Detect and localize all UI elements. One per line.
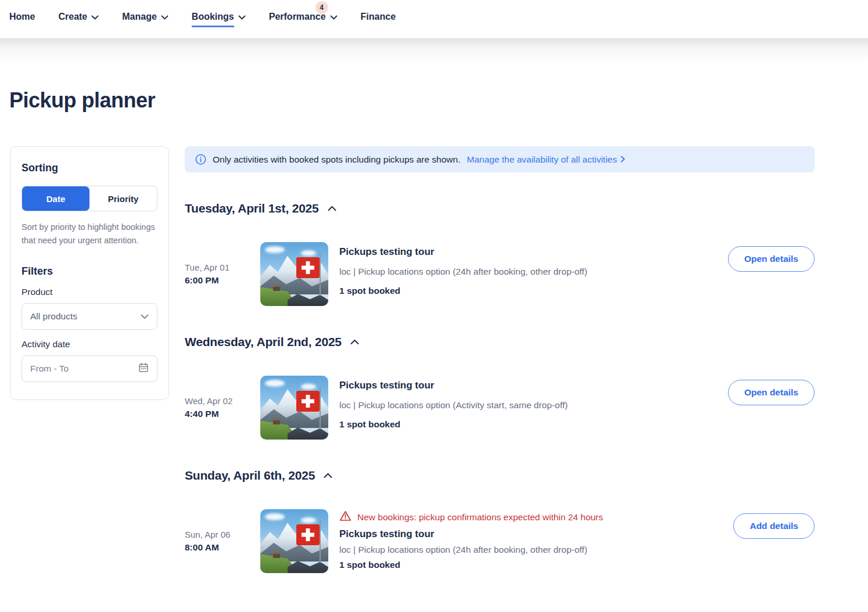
chevron-down-icon: [141, 311, 149, 322]
swiss-flag: [296, 257, 320, 278]
nav-item-label: Manage: [122, 12, 157, 27]
booking-time: 4:40 PM: [185, 409, 260, 419]
filters-sidebar: Sorting Date Priority Sort by priority t…: [10, 146, 169, 400]
nav-item-bookings[interactable]: Bookings: [192, 12, 246, 27]
sort-by-priority-button[interactable]: Priority: [89, 186, 157, 211]
chevron-up-icon[interactable]: [324, 470, 332, 481]
activity-thumbnail: [260, 509, 328, 573]
booking-time: 8:00 AM: [185, 542, 260, 553]
sorting-title: Sorting: [21, 162, 157, 174]
booking-action: Add details: [733, 509, 815, 573]
banner-text: Only activities with booked spots includ…: [213, 154, 460, 165]
info-banner: Only activities with booked spots includ…: [185, 146, 815, 172]
chevron-down-icon: [238, 14, 246, 24]
day-section-apr-1: Tuesday, April 1st, 2025 Tue, Apr 01 6:0…: [185, 201, 815, 306]
pickup-option-description: loc | Pickup locations option (Activity …: [339, 400, 568, 411]
page-title: Pickup planner: [9, 88, 868, 113]
swiss-flag: [296, 524, 320, 545]
nav-item-performance[interactable]: 4 Performance: [269, 12, 338, 27]
swiss-flag: [296, 391, 320, 412]
activity-title: Pickups testing tour: [339, 380, 568, 391]
chevron-down-icon: [91, 14, 99, 24]
nav-item-label: Create: [58, 12, 87, 27]
product-select[interactable]: All products: [21, 303, 157, 330]
nav-item-label: Finance: [361, 12, 396, 27]
date-range-field[interactable]: [21, 355, 157, 382]
sort-by-date-button[interactable]: Date: [22, 186, 89, 211]
section-date-heading: Sunday, April 6th, 2025: [185, 469, 315, 483]
manage-availability-link[interactable]: Manage the availability of all activitie…: [467, 154, 625, 165]
booking-datetime: Wed, Apr 02 4:40 PM: [185, 396, 260, 419]
nav-item-label: Bookings: [192, 12, 234, 27]
spots-booked: 1 spot booked: [339, 419, 568, 430]
booking-row: Tue, Apr 01 6:00 PM Pickups testing tour…: [185, 242, 815, 306]
chevron-down-icon: [330, 14, 338, 24]
chevron-right-icon: [620, 154, 625, 165]
nav-item-label: Performance: [269, 12, 326, 27]
chevron-up-icon[interactable]: [328, 203, 336, 214]
product-select-value: All products: [30, 311, 77, 322]
activity-thumbnail: [260, 242, 328, 306]
section-header[interactable]: Sunday, April 6th, 2025: [185, 469, 815, 483]
pickup-warning: New bookings: pickup confirmations expec…: [339, 510, 603, 524]
notification-badge: 4: [315, 1, 328, 14]
activity-title: Pickups testing tour: [339, 528, 603, 540]
booking-day: Wed, Apr 02: [185, 396, 260, 406]
filters-title: Filters: [21, 265, 157, 278]
activity-thumbnail: [260, 376, 328, 440]
chevron-down-icon: [161, 14, 168, 24]
nav-item-create[interactable]: Create: [58, 12, 99, 27]
nav-item-finance[interactable]: Finance: [361, 12, 396, 27]
section-date-heading: Wednesday, April 2nd, 2025: [185, 335, 342, 349]
booking-details: New bookings: pickup confirmations expec…: [339, 509, 603, 573]
chevron-up-icon[interactable]: [350, 337, 359, 347]
booking-action: Open details: [728, 376, 815, 440]
booking-details: Pickups testing tour loc | Pickup locati…: [339, 376, 568, 440]
date-range-input[interactable]: [30, 363, 129, 374]
info-icon: [195, 154, 206, 165]
activity-title: Pickups testing tour: [339, 246, 587, 258]
sort-toggle: Date Priority: [21, 186, 157, 211]
sorting-description: Sort by priority to highlight bookings t…: [21, 221, 157, 248]
open-details-button[interactable]: Open details: [728, 246, 815, 272]
booking-row: Sun, Apr 06 8:00 AM New bookings: pickup…: [185, 509, 815, 573]
booking-datetime: Sun, Apr 06 8:00 AM: [185, 530, 260, 553]
product-filter-label: Product: [21, 287, 157, 297]
nav-item-label: Home: [9, 12, 35, 27]
nav-item-home[interactable]: Home: [9, 12, 35, 27]
header-shadow-divider: [0, 38, 868, 63]
booking-datetime: Tue, Apr 01 6:00 PM: [185, 262, 260, 286]
warning-triangle-icon: [339, 510, 351, 524]
booking-day: Tue, Apr 01: [185, 262, 260, 272]
booking-action: Open details: [728, 242, 815, 306]
day-section-apr-2: Wednesday, April 2nd, 2025 Wed, Apr 02 4…: [185, 335, 815, 440]
booking-time: 6:00 PM: [185, 275, 260, 286]
booking-row: Wed, Apr 02 4:40 PM Pickups testing tour…: [185, 376, 815, 440]
day-section-apr-6: Sunday, April 6th, 2025 Sun, Apr 06 8:00…: [185, 469, 815, 573]
pickup-planner-main: Only activities with booked spots includ…: [185, 146, 815, 573]
spots-booked: 1 spot booked: [339, 560, 603, 570]
section-header[interactable]: Wednesday, April 2nd, 2025: [185, 335, 815, 349]
add-details-button[interactable]: Add details: [733, 513, 815, 539]
booking-details: Pickups testing tour loc | Pickup locati…: [339, 242, 587, 306]
pickup-option-description: loc | Pickup locations option (24h after…: [339, 267, 587, 277]
calendar-icon: [138, 362, 149, 375]
pickup-option-description: loc | Pickup locations option (24h after…: [339, 545, 603, 555]
booking-day: Sun, Apr 06: [185, 530, 260, 539]
open-details-button[interactable]: Open details: [728, 380, 815, 405]
activity-date-label: Activity date: [21, 339, 157, 350]
section-date-heading: Tuesday, April 1st, 2025: [185, 201, 319, 215]
warning-text: New bookings: pickup confirmations expec…: [357, 512, 603, 523]
nav-item-manage[interactable]: Manage: [122, 12, 168, 27]
section-header[interactable]: Tuesday, April 1st, 2025: [185, 201, 815, 215]
spots-booked: 1 spot booked: [339, 286, 587, 296]
top-nav: Home Create Manage Bookings 4 Performanc…: [0, 0, 868, 38]
